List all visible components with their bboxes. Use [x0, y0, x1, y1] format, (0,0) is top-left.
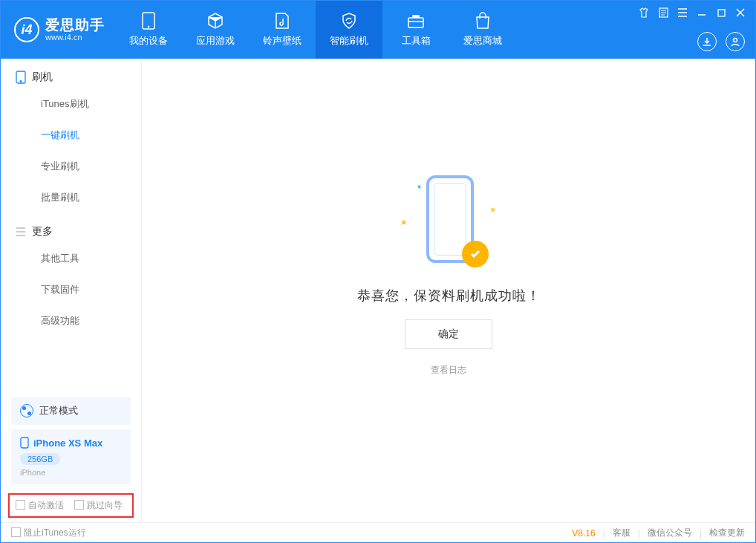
device-storage-badge: 256GB: [20, 453, 60, 465]
support-link[interactable]: 客服: [613, 527, 630, 539]
svg-point-5: [734, 39, 737, 42]
close-button[interactable]: [734, 7, 746, 19]
music-file-icon: [273, 12, 291, 30]
version-label: V8.16: [572, 528, 595, 539]
device-name: iPhone XS Max: [33, 438, 102, 449]
app-header: i4 爱思助手 www.i4.cn 我的设备 应用游戏 铃声壁纸: [1, 1, 755, 59]
svg-point-1: [148, 26, 149, 27]
nav-ringtones[interactable]: 铃声壁纸: [249, 1, 316, 59]
minimize-button[interactable]: [696, 7, 708, 19]
check-update-link[interactable]: 检查更新: [709, 527, 745, 539]
sidebar-item-other-tools[interactable]: 其他工具: [1, 243, 141, 274]
phone-icon: [16, 71, 26, 84]
maximize-button[interactable]: [715, 7, 727, 19]
main-content: ✦ ✦ ✦ 恭喜您，保资料刷机成功啦！ 确定 查看日志: [142, 59, 755, 522]
nav-flash[interactable]: 智能刷机: [316, 1, 382, 59]
nav-label: 爱思商城: [463, 34, 502, 48]
list-icon: [16, 227, 26, 236]
top-nav: 我的设备 应用游戏 铃声壁纸 智能刷机 工具箱: [115, 1, 516, 59]
svg-rect-2: [408, 18, 423, 27]
svg-point-7: [20, 81, 22, 82]
svg-rect-4: [718, 10, 725, 16]
ok-button[interactable]: 确定: [405, 319, 492, 349]
logo-icon: i4: [14, 17, 39, 42]
nav-label: 我的设备: [129, 34, 168, 48]
shirt-icon[interactable]: [638, 7, 650, 19]
check-badge-icon: [462, 241, 489, 267]
success-message: 恭喜您，保资料刷机成功啦！: [357, 287, 541, 305]
sidebar-group-label: 刷机: [32, 71, 53, 84]
success-illustration: ✦ ✦ ✦: [404, 175, 493, 272]
nav-toolbox[interactable]: 工具箱: [382, 1, 449, 59]
checkbox-auto-activate[interactable]: 自动激活: [16, 499, 64, 512]
brand-name: 爱思助手: [45, 18, 105, 33]
wechat-link[interactable]: 微信公众号: [648, 527, 692, 539]
user-button[interactable]: [726, 32, 745, 51]
options-row: 自动激活 跳过向导: [8, 493, 134, 518]
sidebar-item-advanced[interactable]: 高级功能: [1, 305, 141, 336]
bag-icon: [474, 12, 492, 30]
sidebar-group-flash: 刷机: [1, 59, 141, 88]
phone-icon: [20, 437, 29, 449]
sidebar-item-batch-flash[interactable]: 批量刷机: [1, 182, 141, 213]
nav-my-device[interactable]: 我的设备: [115, 1, 182, 59]
nav-label: 应用游戏: [196, 34, 235, 48]
view-log-link[interactable]: 查看日志: [431, 364, 466, 377]
toolbox-icon: [407, 12, 425, 30]
device-icon: [140, 12, 157, 30]
logo: i4 爱思助手 www.i4.cn: [1, 1, 115, 59]
device-card[interactable]: iPhone XS Max 256GB iPhone: [11, 429, 131, 484]
sidebar-item-pro-flash[interactable]: 专业刷机: [1, 151, 141, 182]
device-type: iPhone: [20, 468, 122, 477]
status-bar: 阻止iTunes运行 V8.16 | 客服 | 微信公众号 | 检查更新: [1, 522, 755, 543]
shield-sync-icon: [340, 12, 358, 30]
note-icon[interactable]: [657, 7, 669, 19]
sidebar-group-label: 更多: [32, 225, 53, 238]
svg-rect-8: [21, 438, 28, 448]
mode-label: 正常模式: [39, 404, 78, 417]
sidebar-item-download-firmware[interactable]: 下载固件: [1, 274, 141, 305]
menu-icon[interactable]: [677, 7, 688, 19]
sidebar-item-itunes-flash[interactable]: iTunes刷机: [1, 88, 141, 120]
nav-store[interactable]: 爱思商城: [449, 1, 516, 59]
nav-apps-games[interactable]: 应用游戏: [182, 1, 249, 59]
mode-icon: [20, 404, 33, 417]
mode-indicator[interactable]: 正常模式: [11, 397, 131, 425]
cube-icon: [206, 12, 224, 30]
sidebar-group-more: 更多: [1, 213, 141, 243]
nav-label: 智能刷机: [330, 34, 368, 48]
sidebar: 刷机 iTunes刷机 一键刷机 专业刷机 批量刷机 更多 其他工具 下载固件 …: [1, 59, 142, 522]
nav-label: 铃声壁纸: [263, 34, 302, 48]
brand-url: www.i4.cn: [45, 33, 105, 42]
download-button[interactable]: [697, 32, 717, 51]
window-controls: [638, 7, 746, 19]
nav-label: 工具箱: [402, 34, 431, 48]
checkbox-skip-guide[interactable]: 跳过向导: [74, 499, 123, 512]
sidebar-item-one-click-flash[interactable]: 一键刷机: [1, 120, 141, 151]
checkbox-block-itunes[interactable]: 阻止iTunes运行: [11, 527, 86, 539]
